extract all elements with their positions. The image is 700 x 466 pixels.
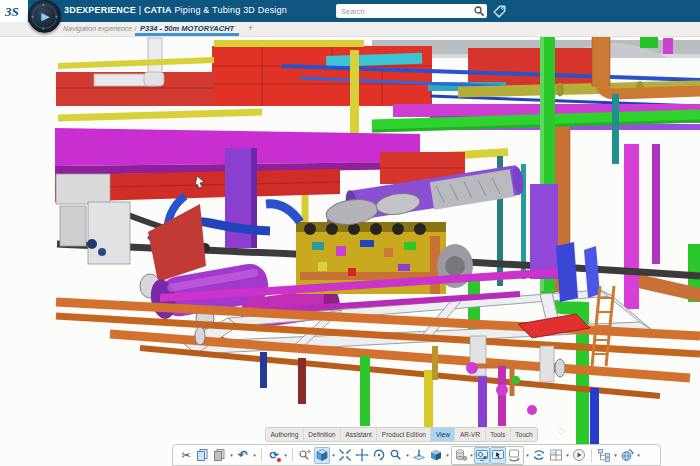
toolbar-separator xyxy=(591,449,592,462)
pointer-mode-icon[interactable] xyxy=(490,447,506,464)
tab-product-edition[interactable]: Product Edition xyxy=(377,428,431,441)
toolbar-separator xyxy=(261,449,262,462)
app-name: CATIA xyxy=(144,5,172,15)
rotate-icon[interactable] xyxy=(371,447,387,464)
shaded-view-icon[interactable] xyxy=(428,447,444,464)
title-divider: | xyxy=(139,5,142,15)
tab-ar-vr[interactable]: AR-VR xyxy=(455,428,485,441)
tab-touch[interactable]: Touch xyxy=(511,428,537,441)
svg-text:3S: 3S xyxy=(4,4,19,19)
compass-navigator[interactable]: ▴ ▾ ▸ ◂ ▶ xyxy=(28,0,61,33)
3ds-logo-icon: 3S xyxy=(3,3,25,19)
workbench-tab-strip: Authoring Definition Assistant Product E… xyxy=(265,427,538,442)
global-search[interactable] xyxy=(336,4,487,18)
zoom-dropdown[interactable]: ▾ xyxy=(405,452,410,458)
new-tab-button[interactable]: + xyxy=(248,23,253,33)
world-orientation-dropdown[interactable]: ▾ xyxy=(636,452,641,458)
cut-icon[interactable]: ✂ xyxy=(178,447,194,464)
pan-icon[interactable] xyxy=(354,447,370,464)
undo-dropdown[interactable]: ▾ xyxy=(252,452,257,458)
tab-assistant[interactable]: Assistant xyxy=(341,428,377,441)
search-input[interactable] xyxy=(336,4,487,18)
display-tool-group: ▾ xyxy=(451,446,524,465)
more-commands-icon[interactable] xyxy=(571,447,587,464)
play-icon[interactable]: ▶ xyxy=(29,1,60,32)
design-tree-icon[interactable] xyxy=(596,447,612,464)
fit-all-icon[interactable] xyxy=(337,447,353,464)
multi-viewport-icon[interactable] xyxy=(548,447,564,464)
top-app-bar: 3S 3DEXPERIENCE | CATIA Piping & Tubing … xyxy=(0,0,700,22)
document-tab-active[interactable]: P334 - 50m MOTORYACHT xyxy=(137,24,237,33)
turntable-icon[interactable] xyxy=(531,447,547,464)
brand-name: 3DEXPERIENCE xyxy=(64,5,136,15)
undo-icon[interactable]: ↶ xyxy=(235,447,251,464)
app-suffix: Piping & Tubing 3D Design xyxy=(172,5,287,15)
model-scene[interactable] xyxy=(0,36,700,466)
tab-view[interactable]: View xyxy=(431,428,455,441)
section-icon[interactable] xyxy=(453,447,469,464)
share-tag-icon[interactable] xyxy=(492,4,507,19)
paste-dropdown[interactable]: ▾ xyxy=(229,452,234,458)
toolbar-separator xyxy=(292,449,293,462)
action-toolbar: ✂ ▾ ↶ ▾ ⟳ ▾ ▾ ▾ xyxy=(172,444,661,466)
view-cube-dropdown[interactable]: ▾ xyxy=(331,452,336,458)
orange-duct-top[interactable] xyxy=(592,36,700,302)
multi-viewport-dropdown[interactable]: ▾ xyxy=(565,452,570,458)
design-tree-dropdown[interactable]: ▾ xyxy=(613,452,618,458)
world-orientation-icon[interactable] xyxy=(619,447,635,464)
shaded-view-dropdown[interactable]: ▾ xyxy=(445,452,450,458)
search-icon[interactable] xyxy=(473,5,485,17)
iso-view-cube-icon[interactable] xyxy=(314,447,330,464)
dassault-3ds-logo[interactable]: 3S xyxy=(0,0,28,22)
tab-authoring[interactable]: Authoring xyxy=(266,428,304,441)
active-tab-underline xyxy=(135,33,239,36)
rotate-screen-icon[interactable] xyxy=(506,447,522,464)
3d-viewport[interactable] xyxy=(0,36,700,466)
update-icon[interactable]: ⟳ xyxy=(266,447,282,464)
application-window: 3S 3DEXPERIENCE | CATIA Piping & Tubing … xyxy=(0,0,700,466)
copy-icon[interactable] xyxy=(195,447,211,464)
zoom-icon[interactable] xyxy=(388,447,404,464)
app-title: 3DEXPERIENCE | CATIA Piping & Tubing 3D … xyxy=(64,5,287,15)
tab-tools[interactable]: Tools xyxy=(486,428,511,441)
tab-definition[interactable]: Definition xyxy=(304,428,341,441)
render-settings-icon[interactable] xyxy=(474,447,490,464)
rotate-screen-dropdown[interactable]: ▾ xyxy=(525,452,530,458)
breadcrumb[interactable]: Navigation experience / P3 xyxy=(63,25,147,32)
update-dropdown[interactable]: ▾ xyxy=(283,452,288,458)
search-model-icon[interactable] xyxy=(297,447,313,464)
normal-to-icon[interactable] xyxy=(411,447,427,464)
paste-icon[interactable] xyxy=(212,447,228,464)
favorites-heart-icon[interactable]: ♡ xyxy=(557,427,565,437)
